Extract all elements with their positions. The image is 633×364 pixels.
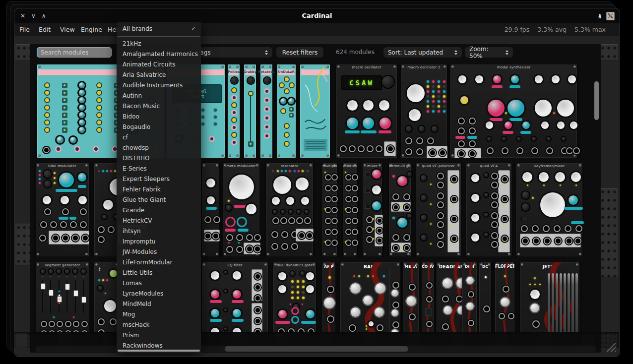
brand-menu-item[interactable]: 21kHz [117, 38, 201, 49]
led-icon [59, 299, 60, 300]
knob-icon [229, 175, 254, 199]
menu-item-view[interactable]: View [60, 23, 75, 36]
jack-icon [254, 329, 261, 333]
brand-menu-item[interactable]: Prism [117, 330, 201, 340]
module-amp[interactable]: AMP [322, 262, 336, 332]
module-dc[interactable]: DC [479, 262, 492, 332]
module-segment-generator[interactable]: segment generator [35, 262, 90, 332]
brand-menu-item[interactable]: chowdsp [117, 142, 201, 153]
jack-icon [451, 216, 457, 222]
module-meta-modulator[interactable]: meta modulator [222, 163, 260, 257]
module-conv[interactable]: CONV [421, 262, 435, 332]
module-pokles[interactable]: Pokles [227, 64, 240, 158]
reset-filters-button[interactable]: Reset filters [276, 47, 323, 58]
brand-menu-item[interactable]: Audible Instruments [117, 80, 201, 90]
module-bass[interactable]: BASS [340, 262, 401, 332]
jack-icon [264, 88, 270, 94]
knob-icon [278, 310, 287, 318]
horizontal-scrollbar-thumb[interactable] [225, 346, 408, 352]
brand-menu-item[interactable]: LifeFormModular [117, 257, 201, 267]
jack-icon [44, 90, 50, 96]
brand-menu-item[interactable]: Fehler Fabrik [117, 184, 201, 194]
module-macro-oscillator[interactable]: macro oscillatorCSAW [336, 64, 397, 158]
module-multiples[interactable]: multiples [322, 163, 337, 257]
module-keyframer-mixer[interactable]: keyframer/mixer [516, 163, 583, 257]
module-panel[interactable] [300, 64, 330, 158]
brand-menu-item[interactable]: Grande [117, 205, 201, 215]
knob-icon [351, 307, 360, 317]
brand-menu-item[interactable]: Amalgamated Harmonics [117, 49, 201, 59]
module-resonator[interactable]: resonator [265, 163, 314, 257]
jack-icon [96, 127, 102, 133]
knob-icon [484, 193, 488, 197]
jack-icon [491, 182, 498, 188]
module-tidal-modulator[interactable]: tidal modulator [35, 163, 89, 257]
module-mera[interactable]: MERA [402, 262, 419, 332]
brand-menu-item[interactable]: DISTRHO [117, 153, 201, 163]
module-digi[interactable]: DIGI [462, 262, 477, 332]
search-input[interactable] [37, 47, 112, 58]
brand-menu-item[interactable]: Lomas [117, 278, 201, 288]
brand-menu-item[interactable]: Animated Circuits [117, 59, 201, 69]
brand-menu-item[interactable]: JW-Modules [117, 246, 201, 257]
button-icon [248, 141, 253, 147]
led-icon [373, 228, 374, 230]
module-modal-synthesizer[interactable]: modal synthesizer [450, 64, 577, 158]
module-mixer[interactable]: mixer [362, 163, 382, 257]
module-quad-vca[interactable]: quad VCA [466, 163, 512, 257]
module-macro-oscillator-2[interactable]: macro oscillator 2 [400, 64, 447, 158]
brand-menu-item[interactable]: Bacon Music [117, 101, 201, 111]
app-x-icon[interactable] [606, 12, 615, 20]
brand-menu-item[interactable]: Expert Sleepers [117, 174, 201, 184]
module-flopper[interactable]: FLOPPER [495, 262, 515, 332]
jack-icon [93, 146, 99, 152]
menu-item-file[interactable]: File [19, 23, 30, 36]
screw-icon [216, 164, 218, 167]
brand-menu-item[interactable]: Glue the Giant [117, 194, 201, 205]
module-panel[interactable] [201, 163, 220, 257]
menu-item-engine[interactable]: Engine [81, 23, 102, 36]
module-jette[interactable]: JETTE [519, 262, 580, 332]
brand-menu-item[interactable]: Rackwindows [117, 340, 201, 351]
menu-item-edit[interactable]: Edit [39, 23, 51, 36]
module-rotatoes[interactable]: Rotatoes [260, 64, 273, 158]
knob-icon [569, 195, 578, 205]
collapse-icon[interactable]: ∧∧ [598, 14, 602, 18]
jack-icon [404, 204, 410, 210]
vertical-scrollbar-thumb[interactable] [594, 81, 599, 120]
led-icon [302, 291, 305, 294]
title-bar: ✕ ∨ ∧ Cardinal ∧∧ [14, 8, 620, 23]
brand-menu-item-all[interactable]: All brands✓ [117, 22, 201, 35]
brand-menu-item[interactable]: Impromptu [117, 236, 201, 246]
tags-dropdown[interactable]: Tags [193, 47, 272, 58]
led-icon [290, 108, 292, 110]
brand-menu-item[interactable]: Bogaudio [117, 121, 201, 132]
brand-menu-item[interactable]: Aria Salvatrice [117, 69, 201, 80]
knob-icon [475, 75, 483, 83]
led-icon [328, 276, 331, 279]
brand-menu-item[interactable]: Mog [117, 309, 201, 319]
module-panel[interactable]: t [94, 262, 120, 332]
module-utilities[interactable]: utilities [342, 163, 358, 257]
brand-menu-item[interactable]: Bidoo [117, 111, 201, 121]
brand-menu-item[interactable]: Autinn [117, 90, 201, 101]
sort-dropdown[interactable]: Sort: Last updated [383, 47, 462, 58]
brand-menu-item[interactable]: LyraeModules [117, 288, 201, 299]
module-dual-dynamics-gate[interactable]: dual dynamics gate [273, 262, 316, 332]
zoom-dropdown[interactable]: Zoom: 50% [465, 47, 513, 58]
brand-menu-item[interactable]: Little Utils [117, 267, 201, 278]
module-quad-vc-polarizer[interactable]: quad VC-polarizer [415, 163, 461, 257]
led-icon [358, 275, 360, 277]
screw-icon [333, 253, 336, 255]
brand-menu-item[interactable]: MindMeld [117, 299, 201, 309]
brand-menu-item[interactable]: ihtsyn [117, 226, 201, 236]
brand-menu-item[interactable]: HetrickCV [117, 215, 201, 226]
module-eq-filter[interactable]: EQ filter [201, 262, 268, 332]
module-title: macro oscillator [336, 65, 397, 69]
brand-menu-item[interactable]: mscHack [117, 319, 201, 330]
module-undular[interactable]: UnDuLaR [276, 64, 296, 158]
brand-menu-item[interactable]: E-Series [117, 163, 201, 174]
module-bernoulli-gate[interactable]: bernoulli gate [388, 163, 411, 257]
brand-menu-item[interactable]: cf [117, 132, 201, 142]
module-grabby[interactable]: Grabby [244, 64, 256, 158]
